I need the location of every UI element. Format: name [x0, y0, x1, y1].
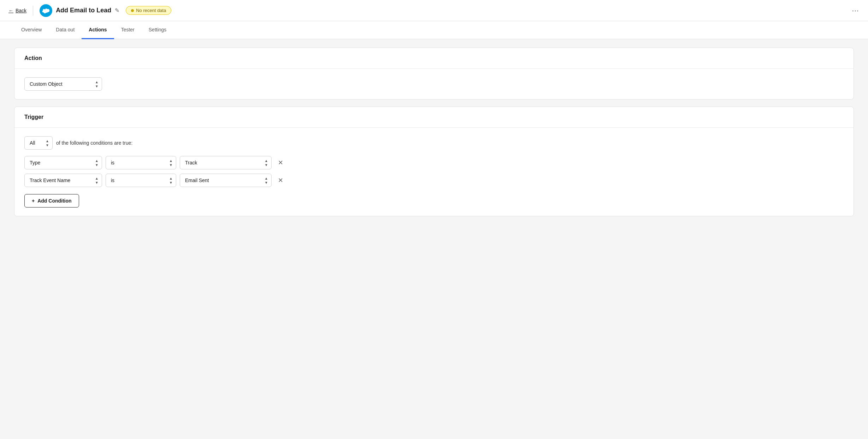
condition1-operator-wrapper: is is not contains starts with ▲▼ — [106, 156, 176, 169]
action-card-body: Custom Object Standard Object Contact Le… — [14, 69, 854, 99]
condition1-field-select[interactable]: Type Track Event Name Page Name User ID — [24, 156, 102, 169]
header: ← Back Add Email to Lead ✎ No recent dat… — [0, 0, 868, 21]
custom-object-wrapper: Custom Object Standard Object Contact Le… — [24, 77, 102, 91]
action-card: Action Custom Object Standard Object Con… — [14, 48, 854, 100]
tab-overview[interactable]: Overview — [14, 21, 49, 39]
more-options-button[interactable]: ⋯ — [852, 6, 860, 15]
condition2-field-wrapper: Track Event Name Type Page Name User ID … — [24, 174, 102, 187]
trigger-title: Trigger — [24, 114, 43, 120]
salesforce-logo — [40, 4, 52, 17]
all-select[interactable]: All Any None — [24, 136, 53, 150]
condition-row-1: Type Track Event Name Page Name User ID … — [24, 156, 844, 169]
page-title: Add Email to Lead — [56, 7, 111, 14]
conditions-text: of the following conditions are true: — [56, 140, 132, 146]
action-card-header: Action — [14, 48, 854, 69]
condition1-field-wrapper: Type Track Event Name Page Name User ID … — [24, 156, 102, 169]
back-label: Back — [16, 8, 26, 13]
trigger-card: Trigger All Any None ▲▼ of the following… — [14, 107, 854, 216]
status-text: No recent data — [136, 8, 166, 13]
condition1-value-wrapper: Track Page Identify Group ▲▼ — [180, 156, 272, 169]
condition2-remove-button[interactable]: ✕ — [275, 175, 286, 186]
status-dot — [131, 9, 134, 12]
tab-actions[interactable]: Actions — [82, 21, 114, 39]
status-badge: No recent data — [126, 6, 171, 15]
nav-tabs: Overview Data out Actions Tester Setting… — [0, 21, 868, 39]
back-arrow-icon: ← — [8, 8, 13, 13]
edit-icon[interactable]: ✎ — [115, 7, 119, 14]
action-title: Action — [24, 55, 42, 61]
tab-settings[interactable]: Settings — [142, 21, 174, 39]
condition1-operator-select[interactable]: is is not contains starts with — [106, 156, 176, 169]
conditions-header: All Any None ▲▼ of the following conditi… — [24, 136, 844, 150]
condition2-operator-wrapper: is is not contains starts with ▲▼ — [106, 174, 176, 187]
trigger-card-header: Trigger — [14, 107, 854, 128]
condition-row-2: Track Event Name Type Page Name User ID … — [24, 174, 844, 187]
custom-object-select[interactable]: Custom Object Standard Object Contact Le… — [24, 77, 102, 91]
condition2-field-select[interactable]: Track Event Name Type Page Name User ID — [24, 174, 102, 187]
add-condition-button[interactable]: + Add Condition — [24, 194, 79, 208]
tab-data-out[interactable]: Data out — [49, 21, 82, 39]
back-button[interactable]: ← Back — [8, 8, 26, 13]
tab-tester[interactable]: Tester — [114, 21, 142, 39]
main-content: Action Custom Object Standard Object Con… — [0, 39, 868, 436]
condition1-remove-button[interactable]: ✕ — [275, 157, 286, 168]
condition2-value-select[interactable]: Email Sent Email Opened Email Clicked Em… — [180, 174, 272, 187]
trigger-card-body: All Any None ▲▼ of the following conditi… — [14, 128, 854, 216]
header-divider — [33, 6, 33, 16]
condition2-value-wrapper: Email Sent Email Opened Email Clicked Em… — [180, 174, 272, 187]
condition1-value-select[interactable]: Track Page Identify Group — [180, 156, 272, 169]
plus-icon: + — [32, 198, 35, 204]
all-select-wrapper: All Any None ▲▼ — [24, 136, 53, 150]
condition2-operator-select[interactable]: is is not contains starts with — [106, 174, 176, 187]
add-condition-label: Add Condition — [37, 198, 71, 204]
